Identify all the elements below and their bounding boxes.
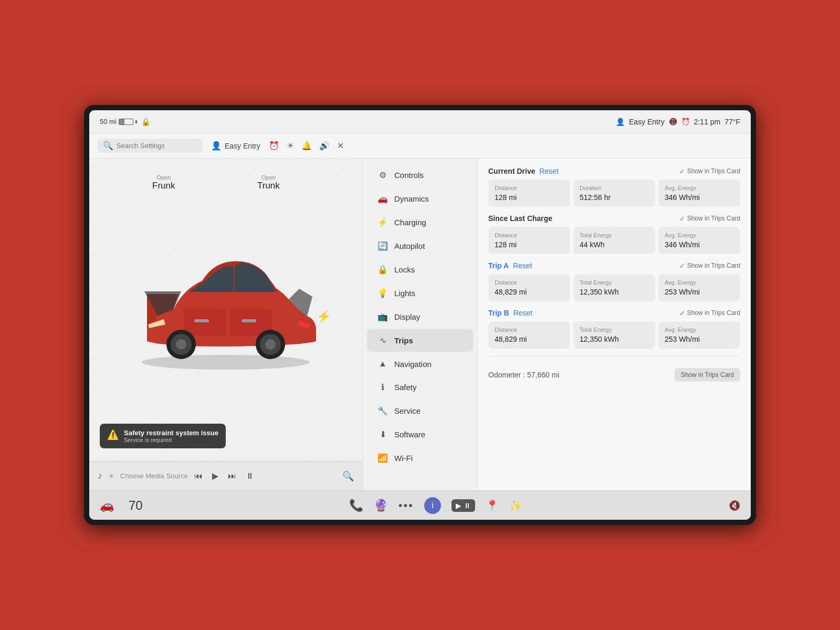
svg-rect-3 [194,319,209,322]
nav-item-locks[interactable]: 🔒 Locks [367,258,473,281]
svg-point-0 [142,355,310,370]
odometer-value: 57,660 mi [527,371,559,379]
battery-bar-icon [119,119,133,125]
trip-b-avg-energy-value: 253 Wh/mi [665,335,734,343]
trip-a-distance: Distance 48,829 mi [488,274,570,301]
alert-primary-text: Safety restraint system issue [124,429,218,437]
search-input[interactable] [117,142,197,150]
battery-tip [135,120,137,123]
nav-label-dynamics: Dynamics [394,194,429,203]
info-button[interactable]: i [424,497,441,514]
last-charge-avg-energy-label: Avg. Energy [665,232,734,238]
trip-a-total-energy-label: Total Energy [580,279,649,286]
trip-b-show-trips[interactable]: ✓ Show in Trips Card [679,309,740,317]
trunk-label-area[interactable]: Open Trunk [257,174,280,191]
more-button[interactable]: ••• [398,499,414,512]
media-source-label[interactable]: Choose Media Source [120,472,188,480]
header-icons: ⏰ ☀ 🔔 🔊 ✕ [269,141,344,151]
last-charge-total-energy-value: 44 kWh [580,240,649,249]
music-note-icon: ♪ [98,470,102,481]
lock-icon: 🔒 [141,118,150,126]
voice-button[interactable]: 🔮 [374,499,388,512]
alert-secondary-text: Service is required [124,437,218,443]
nav-item-software[interactable]: ⬇ Software [367,423,473,446]
nav-label-locks: Locks [394,265,415,274]
screen-inner: 50 mi 🔒 👤 Easy Entry 📵 ⏰ 2:11 pm 77°F 🔍 [89,110,751,520]
trip-b-header: Trip B Reset ✓ Show in Trips Card [488,309,740,317]
nav-label-controls: Controls [394,171,424,180]
nav-item-trips[interactable]: ∿ Trips [367,329,473,352]
alarm-settings-icon[interactable]: ⏰ [269,141,279,151]
last-charge-avg-energy-value: 346 Wh/mi [665,240,734,249]
trip-a-reset[interactable]: Reset [513,261,532,270]
car-display: Open Frunk Open Trunk ⚡ [89,159,362,461]
nav-label-service: Service [394,406,421,415]
sparkle-button[interactable]: ✨ [509,499,522,512]
current-drive-distance: Distance 128 mi [488,180,570,207]
nav-item-dynamics[interactable]: 🚗 Dynamics [367,187,473,210]
search-icon: 🔍 [103,141,113,151]
next-track-button[interactable]: ⏭ [228,471,236,481]
play-button[interactable]: ▶ [212,471,218,481]
current-drive-header: Current Drive Reset ✓ Show in Trips Card [488,167,740,175]
charging-icon: ⚡ [377,217,388,227]
equalizer-button[interactable]: ⏸ [246,471,254,481]
trip-a-distance-label: Distance [495,279,564,286]
last-charge-total-energy: Total Energy 44 kWh [573,227,655,254]
frunk-label-area[interactable]: Open Frunk [152,174,175,191]
trunk-open-label: Open [257,174,280,181]
nav-item-controls[interactable]: ⚙ Controls [367,164,473,186]
trip-a-show-trips[interactable]: ✓ Show in Trips Card [679,262,740,270]
nav-item-charging[interactable]: ⚡ Charging [367,211,473,234]
search-box[interactable]: 🔍 [98,139,203,153]
media-bar: ♪ ✳ Choose Media Source ⏮ ▶ ⏭ ⏸ 🔍 [89,461,362,490]
trunk-label: Trunk [257,181,280,191]
current-drive-show-trips[interactable]: ✓ Show in Trips Card [679,167,740,175]
trip-b-total-energy: Total Energy 12,350 kWh [573,321,655,349]
current-drive-stats: Distance 128 mi Duration 512:56 hr Avg. … [488,180,740,207]
nav-item-navigation[interactable]: ▲ Navigation [367,353,473,375]
nav-item-safety[interactable]: ℹ Safety [367,376,473,398]
driver-profile-name[interactable]: Easy Entry [629,118,665,126]
phone-button[interactable]: 📞 [349,499,363,512]
temperature-display: 77°F [724,118,740,126]
trip-a-check: ✓ [679,262,685,270]
current-drive-reset[interactable]: Reset [539,167,559,175]
maps-pin-button[interactable]: 📍 [486,499,499,512]
lights-icon: 💡 [377,288,388,298]
mute-button[interactable]: 🔇 [729,500,740,511]
show-trips-card-button[interactable]: Show in Trips Card [675,368,740,382]
svg-point-10 [265,339,276,350]
trip-b-reset[interactable]: Reset [513,309,533,317]
svg-rect-4 [242,319,256,322]
last-charge-stats: Distance 128 mi Total Energy 44 kWh Avg.… [488,227,740,254]
nav-item-autopilot[interactable]: 🔄 Autopilot [367,235,473,257]
nav-item-display[interactable]: 📺 Display [367,306,473,328]
nav-item-service[interactable]: 🔧 Service [367,400,473,422]
alert-icon: ⚠️ [107,429,119,440]
close-icon[interactable]: ✕ [337,141,344,151]
taskbar-car-icon[interactable]: 🚗 [100,499,114,512]
taskbar-right: 🔇 [729,500,740,511]
last-charge-distance-label: Distance [495,232,564,238]
bell-icon[interactable]: 🔔 [301,141,312,151]
current-drive-duration-label: Duration [580,185,649,191]
last-charge-show-trips[interactable]: ✓ Show in Trips Card [679,215,740,223]
odometer-text: Odometer : 57,660 mi [488,371,559,379]
trip-a-distance-value: 48,829 mi [495,288,564,296]
profile-area[interactable]: 👤 Easy Entry [211,141,260,151]
prev-track-button[interactable]: ⏮ [194,471,203,481]
main-content: Open Frunk Open Trunk ⚡ [89,159,751,490]
media-play-button[interactable]: ▶ ⏸ [452,499,475,512]
alert-text-area: Safety restraint system issue Service is… [124,429,218,443]
nav-label-display: Display [394,312,420,321]
frunk-label: Frunk [152,181,175,191]
nav-item-wifi[interactable]: 📶 Wi-Fi [367,447,473,469]
current-drive-duration: Duration 512:56 hr [573,180,655,207]
nav-item-lights[interactable]: 💡 Lights [367,282,473,304]
search-button[interactable]: 🔍 [342,470,354,482]
brightness-icon[interactable]: ☀ [287,141,294,151]
car-svg [126,247,326,373]
volume-icon[interactable]: 🔊 [319,141,330,151]
last-charge-title: Since Last Charge [488,214,552,223]
